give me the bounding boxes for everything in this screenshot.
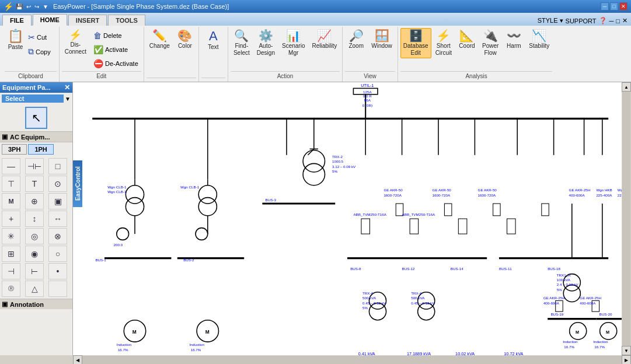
svg-text:1600-720A: 1600-720A xyxy=(478,193,496,197)
svg-text:BUS-19: BUS-19 xyxy=(550,312,563,316)
findselect-button[interactable]: 🔍 Find-Select xyxy=(231,28,253,58)
change-color-content: ✏️ Change 🎨 Color xyxy=(147,28,196,76)
change-label2 xyxy=(147,78,196,80)
tool-vert[interactable]: ↕ xyxy=(25,211,44,227)
h-scroll-track[interactable] xyxy=(82,356,622,364)
phase-3ph-tab[interactable]: 3PH xyxy=(2,144,27,155)
tool-grid2[interactable]: ⊞ xyxy=(2,246,20,262)
tool-dot[interactable]: • xyxy=(48,263,67,279)
annotation-label: Annotation xyxy=(10,301,44,308)
annotation-expand[interactable]: ▣ xyxy=(2,300,8,308)
easy-control-tab[interactable]: EasyControl xyxy=(73,160,82,207)
harm-button[interactable]: 〰️ Harm xyxy=(503,28,525,51)
ribbon-close-btn[interactable]: ✕ xyxy=(622,17,627,24)
svg-text:GE AKR-50: GE AKR-50 xyxy=(384,188,403,192)
equipment-palette-close[interactable]: ✕ xyxy=(64,83,70,92)
canvas-area[interactable]: UTIL-1 125A 0.0 R 96A 0 (0R) Wgn CLB-1 W… xyxy=(73,82,622,355)
tool-dot-circle[interactable]: ◉ xyxy=(25,246,44,262)
phase-1ph-tab[interactable]: 1PH xyxy=(28,144,53,155)
horizontal-scrollbar[interactable]: ◀ ▶ xyxy=(0,355,631,364)
cut-label: Cut xyxy=(37,34,47,41)
close-btn[interactable]: ✕ xyxy=(619,2,627,10)
reliability-button[interactable]: 📈 Reliability xyxy=(309,28,340,51)
tool-star[interactable]: ✳ xyxy=(2,228,20,244)
tool-plus[interactable]: ⊕ xyxy=(25,193,44,209)
color-button[interactable]: 🎨 Color xyxy=(174,28,196,51)
tool-box[interactable]: □ xyxy=(48,158,67,174)
qa-undo[interactable]: ↩ xyxy=(25,3,32,10)
svg-text:ABB_TVM250-T16A: ABB_TVM250-T16A xyxy=(353,212,386,216)
ribbon-max-btn[interactable]: □ xyxy=(616,18,620,24)
scroll-right-btn[interactable]: ▶ xyxy=(622,355,631,364)
disconnect-button[interactable]: ⚡ Dis-Connect xyxy=(62,28,89,57)
autodesign-button[interactable]: ⚙️ Auto-Design xyxy=(254,28,278,58)
scroll-down-btn[interactable]: ▼ xyxy=(622,346,631,355)
tab-file[interactable]: FILE xyxy=(2,15,32,26)
svg-text:TRX1_A: TRX1_A xyxy=(557,273,571,277)
tool-target[interactable]: ◎ xyxy=(25,228,44,244)
pointer-button[interactable]: ↖ xyxy=(25,107,47,129)
svg-text:3.12 – 0.09 kV: 3.12 – 0.09 kV xyxy=(332,164,356,169)
deactivate-button[interactable]: ⛔ De-Activate xyxy=(90,57,141,70)
svg-text:225-400A: 225-400A xyxy=(618,193,622,197)
vertical-scrollbar[interactable]: ▲ ▼ xyxy=(622,82,631,355)
tool-cross[interactable]: + xyxy=(2,211,20,227)
qa-redo[interactable]: ↪ xyxy=(33,3,40,10)
tool-ring[interactable]: ○ xyxy=(48,246,67,262)
stability-button[interactable]: 📉 Stability xyxy=(526,28,552,51)
qa-save[interactable]: 💾 xyxy=(15,3,24,10)
tool-grid-sq[interactable]: ▣ xyxy=(48,193,67,209)
delete-button[interactable]: 🗑 Delete xyxy=(90,29,141,42)
edit-label: Edit xyxy=(62,71,141,80)
left-panel: Equipment Pa... ✕ Select ▼ ↖ ▣ AC Equipm… xyxy=(0,82,73,355)
tool-double-line[interactable]: ⊣⊢ xyxy=(25,158,44,174)
svg-text:GE AKR-50: GE AKR-50 xyxy=(433,188,452,192)
svg-rect-52 xyxy=(542,204,549,216)
tool-left-bar[interactable]: ⊣ xyxy=(2,263,20,279)
minimize-btn[interactable]: ─ xyxy=(601,2,609,10)
tool-x-circle[interactable]: ⊗ xyxy=(48,228,67,244)
tool-r-circle[interactable]: Ⓡ xyxy=(2,281,20,297)
short-circuit-button[interactable]: ⚡ ShortCircuit xyxy=(433,28,455,58)
text-button[interactable]: A Text xyxy=(202,28,224,52)
deactivate-icon: ⛔ xyxy=(93,59,103,68)
select-dropdown[interactable]: ▼ xyxy=(65,96,71,102)
analysis-label: Analysis xyxy=(400,71,553,80)
scroll-up-btn[interactable]: ▲ xyxy=(622,82,631,92)
svg-rect-96 xyxy=(410,219,419,234)
tool-top[interactable]: ⊤ xyxy=(2,176,20,192)
svg-text:M: M xyxy=(133,329,137,335)
qa-dropdown[interactable]: ▼ xyxy=(41,3,50,10)
tool-triangle[interactable]: △ xyxy=(25,281,44,297)
text-icon: A xyxy=(209,30,218,43)
paste-button[interactable]: 📋 Paste ✂ Cut ⧉ Copy xyxy=(5,28,57,60)
tab-tools[interactable]: TOOLS xyxy=(108,15,145,26)
svg-rect-50 xyxy=(444,204,451,216)
ac-expand-icon[interactable]: ▣ xyxy=(2,133,8,141)
tool-line[interactable]: — xyxy=(2,158,20,174)
scenariomgr-button[interactable]: 📊 ScenarioMgr xyxy=(279,28,308,58)
scroll-left-btn[interactable]: ◀ xyxy=(73,355,82,364)
database-edit-button[interactable]: 🗄️ DatabaseEdit xyxy=(400,28,431,58)
tab-home[interactable]: HOME xyxy=(33,14,67,26)
tool-m[interactable]: M xyxy=(2,193,20,209)
tool-right-bar[interactable]: ⊢ xyxy=(25,263,44,279)
tab-insert[interactable]: INSERT xyxy=(68,15,107,26)
change-button[interactable]: ✏️ Change xyxy=(147,28,173,51)
zoom-button[interactable]: 🔎 Zoom xyxy=(345,28,367,51)
tool-circle[interactable]: ⊙ xyxy=(48,176,67,192)
disconnect-label: Dis-Connect xyxy=(65,41,86,55)
maximize-btn[interactable]: □ xyxy=(610,2,618,10)
cut-button[interactable]: ✂ Cut xyxy=(25,31,54,44)
tool-bottom[interactable]: T xyxy=(25,176,44,192)
copy-button[interactable]: ⧉ Copy xyxy=(25,45,54,58)
coord-button[interactable]: 📐 Coord xyxy=(456,28,478,51)
scroll-track[interactable] xyxy=(622,92,630,346)
tool-horiz[interactable]: ↔ xyxy=(48,211,67,227)
window-button[interactable]: 🪟 Window xyxy=(368,28,395,51)
help-icon[interactable]: ❓ xyxy=(599,17,607,24)
activate-button[interactable]: ✅ Activate xyxy=(90,43,141,56)
power-flow-button[interactable]: 🔌 PowerFlow xyxy=(479,28,501,58)
svg-text:BUS-18: BUS-18 xyxy=(548,267,560,271)
ribbon-min-btn[interactable]: ─ xyxy=(609,18,614,24)
